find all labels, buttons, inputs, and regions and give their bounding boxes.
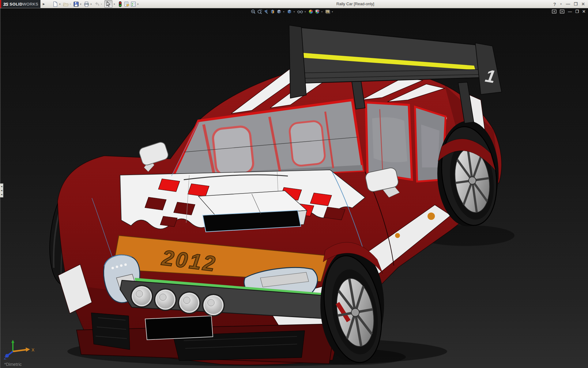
section-view-button[interactable] <box>270 9 275 14</box>
rebuild-stoplight-icon <box>117 1 123 7</box>
view-settings-dropdown[interactable]: ▼ <box>331 11 334 13</box>
select-button[interactable]: ▼ <box>104 0 117 8</box>
titlebar: 3S SOLID WORKS ▶ ▼ ▼ ▼ <box>0 0 588 8</box>
hood-scoop[interactable] <box>198 191 307 232</box>
options-dropdown[interactable]: ▼ <box>137 3 139 5</box>
save-icon <box>73 1 79 7</box>
edit-appearance-button[interactable] <box>308 9 314 14</box>
new-document-icon <box>52 1 58 7</box>
view-settings-icon <box>325 9 330 14</box>
open-button[interactable]: ▼ <box>62 0 73 8</box>
rebuild-button[interactable] <box>117 0 123 8</box>
zoom-to-area-icon <box>257 9 262 14</box>
print-dropdown[interactable]: ▼ <box>90 3 92 5</box>
select-pressed-frame <box>104 0 112 8</box>
flyout-collapse-icon: ◀ <box>1 190 2 191</box>
view-orientation-icon <box>276 9 282 14</box>
apply-scene-dropdown[interactable]: ▼ <box>321 11 323 13</box>
options-button[interactable]: ▼ <box>130 0 141 8</box>
minimize-button[interactable]: — <box>566 2 570 6</box>
close-button[interactable]: ✕ <box>581 2 585 6</box>
solidworks-logo: 3S SOLID WORKS <box>1 0 40 8</box>
previous-view-icon <box>263 9 269 14</box>
section-view-icon <box>270 9 275 14</box>
view-orientation-button[interactable]: ▼ <box>276 9 286 14</box>
open-icon <box>63 1 69 7</box>
options-icon <box>130 1 136 7</box>
pane-right-toggle-icon[interactable] <box>560 10 564 13</box>
triad-z-label: Z <box>4 355 7 360</box>
apply-scene-icon <box>315 9 320 14</box>
doc-restore-button[interactable]: ❐ <box>575 9 579 14</box>
window-controls: ? ▼ — ❐ ✕ <box>553 0 585 8</box>
display-style-button[interactable]: ▼ <box>287 9 296 14</box>
file-properties-icon <box>124 1 130 7</box>
print-icon <box>84 1 89 7</box>
apply-scene-button[interactable]: ▼ <box>315 9 324 14</box>
main-toolbar: ▼ ▼ ▼ ▼ <box>52 0 141 8</box>
rally-car-3d-model[interactable]: 2012 <box>0 8 588 368</box>
toolbar-flyout-arrow-icon[interactable]: ▶ <box>42 1 46 7</box>
window-title: Rally Car [Read-only] <box>336 0 374 8</box>
previous-view-button[interactable] <box>263 9 269 14</box>
document-window-controls: — ❐ ✕ <box>552 9 586 14</box>
headsup-view-toolbar: ▼ ▼ ▼ <box>251 9 335 14</box>
feature-tree-flyout-tab[interactable]: ◀ ◀ ◀ <box>0 183 3 197</box>
solidworks-logo-mark: 3S <box>3 2 8 7</box>
license-plate[interactable] <box>145 316 213 340</box>
select-dropdown[interactable]: ▼ <box>113 3 115 5</box>
print-button[interactable]: ▼ <box>83 0 94 8</box>
new-document-dropdown[interactable]: ▼ <box>59 3 61 5</box>
undo-icon <box>94 1 100 7</box>
display-style-dropdown[interactable]: ▼ <box>293 11 295 13</box>
flyout-collapse-icon: ◀ <box>1 194 2 195</box>
new-document-button[interactable]: ▼ <box>52 0 62 8</box>
zoom-to-fit-icon <box>251 9 256 14</box>
view-orientation-dropdown[interactable]: ▼ <box>283 11 285 13</box>
select-arrow-icon <box>105 1 111 7</box>
zoom-to-fit-button[interactable] <box>251 9 256 14</box>
hide-show-items-button[interactable]: ▼ <box>297 9 307 14</box>
undo-dropdown[interactable]: ▼ <box>100 3 103 5</box>
flyout-collapse-icon: ◀ <box>1 186 2 187</box>
file-properties-button[interactable] <box>123 0 130 8</box>
solidworks-logo-text-bold: SOLID <box>9 2 22 6</box>
edit-appearance-icon <box>308 9 314 14</box>
save-dropdown[interactable]: ▼ <box>80 3 82 5</box>
windshield[interactable] <box>172 100 363 182</box>
undo-button[interactable]: ▼ <box>94 0 104 8</box>
pane-left-toggle-icon[interactable] <box>552 10 556 13</box>
display-style-icon <box>287 9 292 14</box>
view-orientation-label: *Dimetric <box>4 362 22 367</box>
orientation-triad: X Z <box>4 340 37 360</box>
view-settings-button[interactable]: ▼ <box>325 9 334 14</box>
help-dropdown[interactable]: ▼ <box>560 3 562 6</box>
restore-button[interactable]: ❐ <box>574 2 578 6</box>
save-button[interactable]: ▼ <box>73 0 83 8</box>
help-button[interactable]: ? <box>553 2 556 7</box>
solidworks-logo-text-light: WORKS <box>23 2 39 6</box>
hide-show-items-icon <box>297 9 303 14</box>
open-dropdown[interactable]: ▼ <box>69 3 71 5</box>
triad-x-label: X <box>32 347 35 352</box>
side-windows[interactable] <box>366 102 446 182</box>
zoom-to-area-button[interactable] <box>257 9 262 14</box>
doc-minimize-button[interactable]: — <box>568 9 572 14</box>
hide-show-items-dropdown[interactable]: ▼ <box>304 11 306 13</box>
doc-close-button[interactable]: ✕ <box>582 9 586 14</box>
